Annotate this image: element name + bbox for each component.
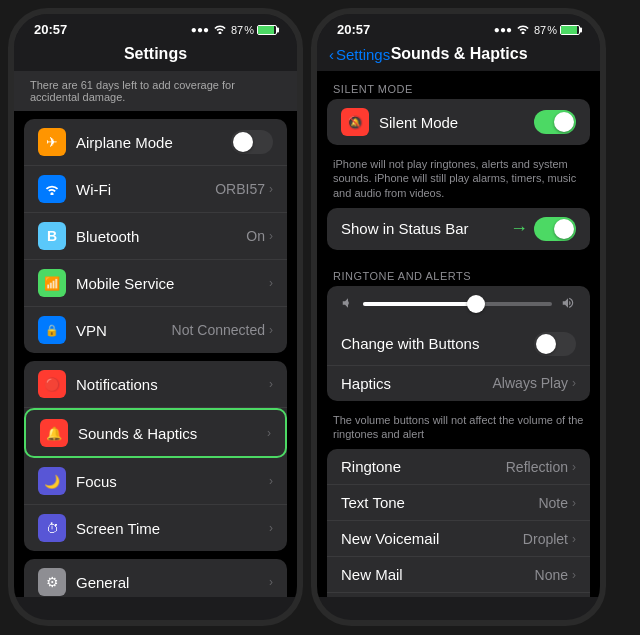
screentime-icon: ⏱	[38, 514, 66, 542]
screentime-chevron-icon: ›	[269, 521, 273, 535]
airplane-toggle[interactable]	[231, 130, 273, 154]
wifi-label: Wi-Fi	[76, 181, 215, 198]
vpn-value: Not Connected	[172, 322, 265, 338]
row-airplane[interactable]: ✈ Airplane Mode	[24, 119, 287, 166]
warning-banner: There are 61 days left to add coverage f…	[14, 71, 297, 111]
general-chevron-icon: ›	[269, 575, 273, 589]
new-mail-label: New Mail	[341, 566, 535, 583]
section-silent: 🔕 Silent Mode	[327, 99, 590, 145]
section-show-status: Show in Status Bar →	[327, 208, 590, 250]
section-connectivity: ✈ Airplane Mode Wi-Fi ORBI57 › B	[24, 119, 287, 353]
bluetooth-value: On	[246, 228, 265, 244]
row-focus[interactable]: 🌙 Focus ›	[24, 458, 287, 505]
bluetooth-icon: B	[38, 222, 66, 250]
row-new-mail[interactable]: New Mail None ›	[327, 557, 590, 593]
row-sent-mail[interactable]: Sent Mail Swoosh ›	[327, 593, 590, 597]
bluetooth-chevron-icon: ›	[269, 229, 273, 243]
row-general[interactable]: ⚙ General ›	[24, 559, 287, 597]
ringtone-label: Ringtone	[341, 458, 506, 475]
sounds-icon: 🔔	[40, 419, 68, 447]
row-volume[interactable]	[327, 286, 590, 323]
silent-mode-toggle[interactable]	[534, 110, 576, 134]
row-haptics[interactable]: Haptics Always Play ›	[327, 366, 590, 401]
volume-min-icon	[341, 296, 355, 313]
haptics-chevron-icon: ›	[572, 376, 576, 390]
show-status-label: Show in Status Bar	[341, 220, 510, 237]
notifications-icon: 🔴	[38, 370, 66, 398]
new-mail-chevron-icon: ›	[572, 568, 576, 582]
mobile-label: Mobile Service	[76, 275, 269, 292]
sounds-content: SILENT MODE 🔕 Silent Mode iPhone will no…	[317, 71, 600, 597]
status-icons-left: ●●● 87%	[191, 23, 277, 36]
haptics-desc: The volume buttons will not affect the v…	[317, 409, 600, 450]
silent-mode-header: SILENT MODE	[317, 71, 600, 99]
battery-left: 87%	[231, 24, 277, 36]
row-ringtone[interactable]: Ringtone Reflection ›	[327, 449, 590, 485]
general-icon: ⚙	[38, 568, 66, 596]
sounds-chevron-icon: ›	[267, 426, 271, 440]
vpn-chevron-icon: ›	[269, 323, 273, 337]
notifications-label: Notifications	[76, 376, 269, 393]
status-bar-left: 20:57 ●●● 87%	[14, 14, 297, 41]
signal-icon-right: ●●●	[494, 24, 512, 35]
sounds-nav: ‹ Settings Sounds & Haptics	[317, 41, 600, 71]
notifications-chevron-icon: ›	[269, 377, 273, 391]
vpn-icon: 🔒	[38, 316, 66, 344]
haptics-value: Always Play	[493, 375, 568, 391]
right-phone: 20:57 ●●● 87% ‹ Settings Sounds & Haptic…	[311, 8, 606, 626]
status-bar-right: 20:57 ●●● 87%	[317, 14, 600, 41]
bluetooth-label: Bluetooth	[76, 228, 246, 245]
wifi-icon	[213, 23, 227, 36]
volume-slider[interactable]	[363, 302, 552, 306]
row-text-tone[interactable]: Text Tone Note ›	[327, 485, 590, 521]
row-sounds[interactable]: 🔔 Sounds & Haptics ›	[24, 408, 287, 458]
vpn-label: VPN	[76, 322, 172, 339]
row-new-voicemail[interactable]: New Voicemail Droplet ›	[327, 521, 590, 557]
back-button[interactable]: ‹ Settings	[329, 46, 390, 63]
ringtone-chevron-icon: ›	[572, 460, 576, 474]
text-tone-chevron-icon: ›	[572, 496, 576, 510]
silent-mode-icon: 🔕	[341, 108, 369, 136]
row-change-buttons[interactable]: Change with Buttons	[327, 323, 590, 366]
show-status-toggle[interactable]	[534, 217, 576, 241]
focus-label: Focus	[76, 473, 269, 490]
row-screentime[interactable]: ⏱ Screen Time ›	[24, 505, 287, 551]
airplane-icon: ✈	[38, 128, 66, 156]
section-general: ⚙ General › ⊞ Control Centre › ◎ Action …	[24, 559, 287, 597]
green-arrow-icon: →	[510, 218, 528, 239]
section-tones: Ringtone Reflection › Text Tone Note › N…	[327, 449, 590, 597]
time-left: 20:57	[34, 22, 67, 37]
battery-right: 87%	[534, 24, 580, 36]
wifi-value: ORBI57	[215, 181, 265, 197]
change-buttons-toggle[interactable]	[534, 332, 576, 356]
text-tone-value: Note	[538, 495, 568, 511]
volume-max-icon	[560, 296, 576, 313]
left-phone: 20:57 ●●● 87% Settings There are 61 days…	[8, 8, 303, 626]
silent-mode-label: Silent Mode	[379, 114, 534, 131]
row-show-status-bar[interactable]: Show in Status Bar →	[327, 208, 590, 250]
mobile-icon: 📶	[38, 269, 66, 297]
section-notifications: 🔴 Notifications › 🔔 Sounds & Haptics › 🌙…	[24, 361, 287, 551]
haptics-label: Haptics	[341, 375, 493, 392]
new-voicemail-label: New Voicemail	[341, 530, 523, 547]
new-voicemail-value: Droplet	[523, 531, 568, 547]
new-mail-value: None	[535, 567, 568, 583]
row-mobile[interactable]: 📶 Mobile Service ›	[24, 260, 287, 307]
section-ringtone-alerts: Change with Buttons Haptics Always Play …	[327, 286, 590, 401]
time-right: 20:57	[337, 22, 370, 37]
signal-icon: ●●●	[191, 24, 209, 35]
settings-content: There are 61 days left to add coverage f…	[14, 71, 297, 597]
focus-icon: 🌙	[38, 467, 66, 495]
wifi-icon-right	[516, 23, 530, 36]
change-buttons-label: Change with Buttons	[341, 335, 534, 352]
row-notifications[interactable]: 🔴 Notifications ›	[24, 361, 287, 408]
row-silent-mode[interactable]: 🔕 Silent Mode	[327, 99, 590, 145]
sounds-label: Sounds & Haptics	[78, 425, 267, 442]
row-wifi[interactable]: Wi-Fi ORBI57 ›	[24, 166, 287, 213]
row-vpn[interactable]: 🔒 VPN Not Connected ›	[24, 307, 287, 353]
sounds-page-title: Sounds & Haptics	[390, 45, 528, 63]
row-bluetooth[interactable]: B Bluetooth On ›	[24, 213, 287, 260]
back-chevron-icon: ‹	[329, 46, 334, 63]
text-tone-label: Text Tone	[341, 494, 538, 511]
nav-bar-left: Settings	[14, 41, 297, 71]
